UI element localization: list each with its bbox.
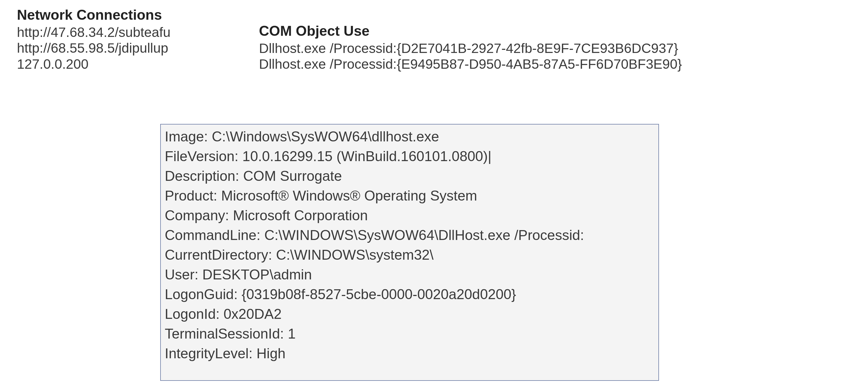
network-connection-item: http://47.68.34.2/subteafu [17,25,170,41]
com-object-item: Dllhost.exe /Processid:{D2E7041B-2927-42… [259,41,682,57]
network-connection-item: http://68.55.98.5/jdipullup [17,40,170,56]
com-object-item: Dllhost.exe /Processid:{E9495B87-D950-4A… [259,56,682,72]
process-details-box: Image: C:\Windows\SysWOW64\dllhost.exe F… [160,124,659,381]
detail-line: Company: Microsoft Corporation [165,206,654,225]
detail-line: LogonId: 0x20DA2 [165,304,654,324]
detail-line: TerminalSessionId: 1 [165,324,654,344]
com-object-use-heading: COM Object Use [259,23,682,39]
detail-line: LogonGuid: {0319b08f-8527-5cbe-0000-0020… [165,284,654,304]
detail-line: CommandLine: C:\WINDOWS\SysWOW64\DllHost… [165,225,654,245]
detail-line: Description: COM Surrogate [165,166,654,186]
network-connections-block: Network Connections http://47.68.34.2/su… [17,7,170,72]
detail-line: Image: C:\Windows\SysWOW64\dllhost.exe [165,127,654,146]
detail-line: Product: Microsoft® Windows® Operating S… [165,186,654,206]
detail-line: CurrentDirectory: C:\WINDOWS\system32\ [165,245,654,265]
network-connections-heading: Network Connections [17,7,170,23]
detail-line: User: DESKTOP\admin [165,265,654,284]
network-connection-item: 127.0.0.200 [17,56,170,72]
detail-line: FileVersion: 10.0.16299.15 (WinBuild.160… [165,146,654,166]
com-object-use-block: COM Object Use Dllhost.exe /Processid:{D… [259,23,682,72]
detail-line: IntegrityLevel: High [165,344,654,363]
